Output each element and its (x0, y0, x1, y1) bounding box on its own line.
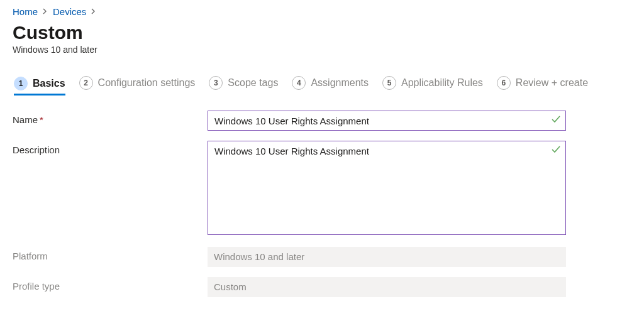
step-review-create[interactable]: 6 Review + create (497, 76, 588, 95)
required-mark: * (40, 114, 43, 125)
profile-type-label: Profile type (13, 277, 208, 291)
step-label: Review + create (516, 77, 588, 89)
page-subtitle: Windows 10 and later (13, 45, 631, 55)
platform-value: Windows 10 and later (208, 247, 566, 267)
description-label: Description (13, 141, 208, 155)
breadcrumb: Home Devices (13, 6, 631, 17)
step-number: 3 (209, 76, 223, 90)
form-row-description: Description (13, 141, 631, 237)
step-label: Applicability Rules (401, 77, 483, 89)
step-scope-tags[interactable]: 3 Scope tags (209, 76, 278, 95)
breadcrumb-home[interactable]: Home (13, 6, 38, 17)
form-row-platform: Platform Windows 10 and later (13, 247, 631, 267)
form-row-name: Name* (13, 111, 631, 131)
name-label: Name* (13, 111, 208, 125)
step-configuration-settings[interactable]: 2 Configuration settings (79, 76, 196, 95)
step-number: 4 (292, 76, 306, 90)
step-number: 5 (382, 76, 396, 90)
step-number: 2 (79, 76, 93, 90)
basics-form: Name* Description (13, 111, 631, 297)
page-title: Custom (13, 22, 631, 43)
form-row-profile-type: Profile type Custom (13, 277, 631, 297)
step-label: Scope tags (228, 77, 278, 89)
step-label: Configuration settings (98, 77, 196, 89)
chevron-right-icon (43, 7, 48, 16)
step-assignments[interactable]: 4 Assignments (292, 76, 369, 95)
step-number: 1 (14, 77, 28, 90)
description-input[interactable] (208, 141, 566, 235)
chevron-right-icon (91, 7, 96, 16)
step-basics[interactable]: 1 Basics (14, 77, 65, 95)
breadcrumb-devices[interactable]: Devices (53, 6, 86, 17)
step-label: Assignments (311, 77, 369, 89)
step-number: 6 (497, 76, 511, 90)
platform-label: Platform (13, 247, 208, 261)
wizard-steps: 1 Basics 2 Configuration settings 3 Scop… (13, 76, 631, 95)
name-input[interactable] (208, 111, 566, 131)
step-applicability-rules[interactable]: 5 Applicability Rules (382, 76, 483, 95)
profile-type-value: Custom (208, 277, 566, 297)
step-label: Basics (33, 78, 65, 89)
